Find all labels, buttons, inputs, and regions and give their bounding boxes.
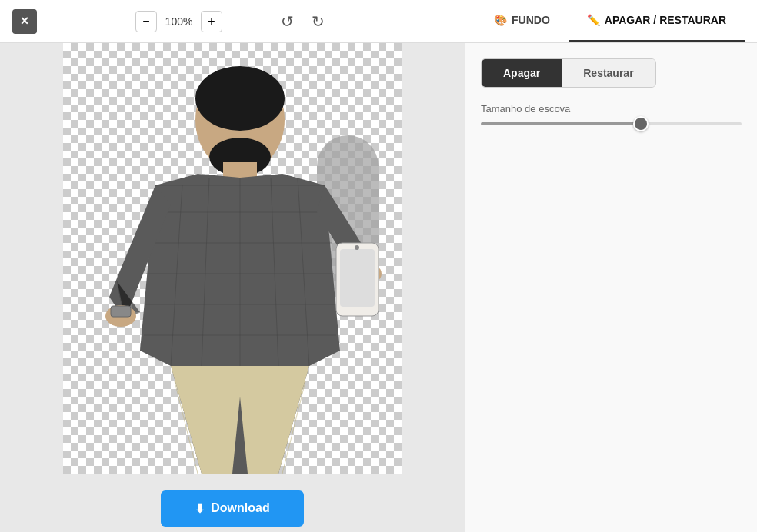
close-button[interactable]: × <box>12 9 37 34</box>
image-wrapper <box>63 43 402 474</box>
undo-button[interactable]: ↺ <box>275 9 299 34</box>
download-label: Download <box>211 501 269 515</box>
svg-rect-6 <box>340 249 375 307</box>
person-image <box>63 43 402 474</box>
svg-rect-9 <box>111 306 131 317</box>
canvas-area: ⬇ Download <box>0 43 465 532</box>
redo-button[interactable]: ↻ <box>305 9 330 34</box>
apagar-tab-label: Apagar <box>503 67 540 79</box>
layers-icon: 🎨 <box>494 14 507 26</box>
brush-size-label: Tamanho de escova <box>481 103 742 115</box>
tab-fundo[interactable]: 🎨 FUNDO <box>475 0 569 42</box>
redo-icon: ↻ <box>312 12 325 31</box>
apagar-tab[interactable]: Apagar <box>482 59 562 87</box>
restaurar-tab[interactable]: Restaurar <box>562 59 655 87</box>
tab-apagar-restaurar-label: APAGAR / RESTAURAR <box>605 14 726 26</box>
tab-fundo-label: FUNDO <box>512 14 550 26</box>
brush-size-slider[interactable] <box>481 122 742 125</box>
pencil-icon: ✏️ <box>587 14 600 26</box>
right-panel: Apagar Restaurar Tamanho de escova <box>465 43 757 532</box>
zoom-value-display: 100% <box>162 15 196 28</box>
eraser-tabs: Apagar Restaurar <box>481 58 656 88</box>
tab-navigation: 🎨 FUNDO ✏️ APAGAR / RESTAURAR <box>475 0 745 42</box>
zoom-increase-button[interactable]: + <box>201 11 222 32</box>
restaurar-tab-label: Restaurar <box>583 67 633 79</box>
plus-icon: + <box>208 15 215 28</box>
slider-wrapper <box>481 122 742 125</box>
download-area: ⬇ Download <box>161 481 303 533</box>
tab-apagar-restaurar[interactable]: ✏️ APAGAR / RESTAURAR <box>569 0 745 42</box>
svg-point-7 <box>355 245 359 250</box>
minus-icon: − <box>142 15 149 28</box>
app-container: × − 100% + ↺ ↻ 🎨 FUNDO <box>0 0 757 532</box>
history-controls: ↺ ↻ <box>275 9 330 34</box>
canvas-image[interactable] <box>63 43 402 474</box>
undo-icon: ↺ <box>281 12 294 31</box>
zoom-decrease-button[interactable]: − <box>135 11 157 32</box>
download-icon: ⬇ <box>195 501 205 516</box>
main-content: ⬇ Download Apagar Restaurar Tamanho de e… <box>0 43 757 532</box>
download-button[interactable]: ⬇ Download <box>161 490 303 527</box>
close-icon: × <box>21 13 29 29</box>
svg-point-1 <box>195 66 285 131</box>
zoom-controls: − 100% + <box>135 11 222 32</box>
toolbar: × − 100% + ↺ ↻ 🎨 FUNDO <box>0 0 757 43</box>
